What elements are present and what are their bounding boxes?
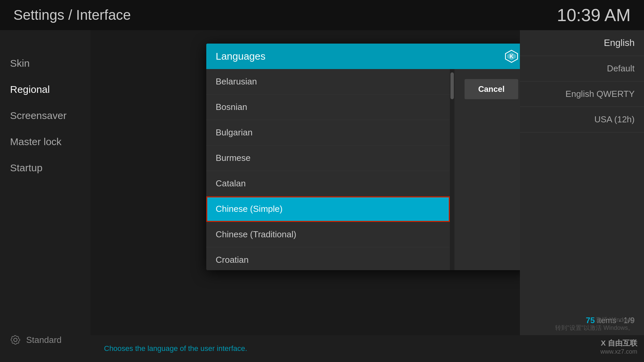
windows-watermark: 激活 Windows 转到"设置"以激活 Windows。 [555,316,634,332]
lang-croatian[interactable]: Croatian [206,247,450,270]
keyboard-type-value[interactable]: English QWERTY [520,81,644,107]
dialog-right-panel: Cancel [454,69,528,270]
kodi-logo-icon: K [504,49,519,64]
sidebar: Skin Regional Screensaver Master lock St… [0,30,91,362]
logo-text: X 自由互联 [600,338,637,348]
right-values: English Default English QWERTY USA (12h) [520,30,644,132]
header: Settings / Interface 10:39 AM [0,0,644,30]
lang-burmese[interactable]: Burmese [206,145,450,171]
win-text: 激活 Windows [555,316,634,324]
status-bar: Chooses the language of the user interfa… [91,335,644,362]
keyboard-layout-value[interactable]: Default [520,56,644,81]
page-title: Settings / Interface [13,7,131,23]
language-list: Belarusian Bosnian Bulgarian Burmese Cat… [206,69,450,270]
main-layout: Skin Regional Screensaver Master lock St… [0,30,644,362]
site-watermark: X 自由互联 www.xz7.com [600,338,637,355]
svg-text:K: K [509,54,514,59]
sidebar-item-startup[interactable]: Startup [0,155,91,181]
dialog-body: Belarusian Bosnian Bulgarian Burmese Cat… [206,69,528,270]
dialog-title: Languages [216,51,265,62]
dialog-header: Languages K [206,44,528,69]
lang-bosnian[interactable]: Bosnian [206,95,450,120]
lang-belarusian[interactable]: Belarusian [206,69,450,95]
lang-chinese-traditional[interactable]: Chinese (Traditional) [206,222,450,247]
logo-sub: www.xz7.com [600,348,637,355]
right-side-panel: English Default English QWERTY USA (12h)… [520,30,644,335]
lang-bulgarian[interactable]: Bulgarian [206,120,450,145]
timezone-value[interactable]: USA (12h) [520,107,644,132]
gear-icon [10,335,21,345]
scrollbar-thumb[interactable] [450,72,454,99]
lang-catalan[interactable]: Catalan [206,171,450,196]
languages-dialog: Languages K Belarusian Bosnian Bulgarian… [206,44,528,270]
status-text: Chooses the language of the user interfa… [104,344,247,353]
sidebar-item-regional[interactable]: Regional [0,76,91,103]
win-sub: 转到"设置"以激活 Windows。 [555,324,634,332]
clock: 10:39 AM [557,5,631,25]
sidebar-item-skin[interactable]: Skin [0,50,91,76]
lang-chinese-simple[interactable]: Chinese (Simple) [206,196,450,222]
level-label: Standard [26,335,62,345]
sidebar-item-screensaver[interactable]: Screensaver [0,103,91,129]
sidebar-item-masterlock[interactable]: Master lock [0,129,91,155]
scrollbar[interactable] [450,69,454,270]
language-value[interactable]: English [520,30,644,56]
cancel-button[interactable]: Cancel [465,79,518,99]
sidebar-footer: Standard [0,328,91,352]
